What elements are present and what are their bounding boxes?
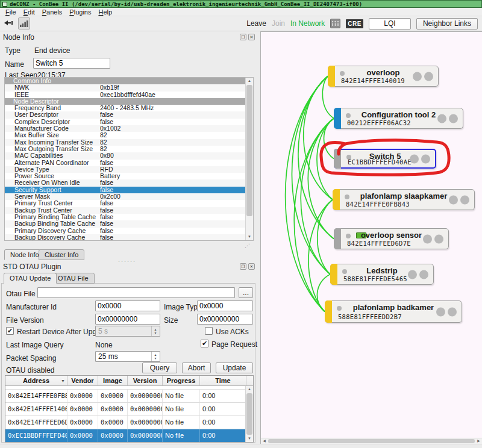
packet-spacing-label: Packet Spacing [6,354,56,362]
node-type-bar [333,189,340,210]
scroll-down-icon[interactable]: ▼ [246,435,253,442]
node-info-table[interactable]: Common InfoNWK0xb19fIEEE0xec1bbdfffefd40… [4,77,254,241]
graph-node[interactable]: plafonlamp slaapkamer842E14FFFE0FB843 [333,189,475,210]
menu-item-file[interactable]: File [2,8,19,16]
scroll-thumb[interactable] [246,85,252,216]
image-type-label: Image Type [164,303,201,311]
column-header-time[interactable]: Time [200,376,246,385]
manufacturer-id-input[interactable] [95,300,160,311]
cell-image: 0x0000 [98,403,128,415]
close-panel-icon[interactable]: ✕ [248,263,255,270]
file-version-input[interactable] [95,314,160,325]
update-button[interactable]: Update [216,362,253,373]
neighbor-links-button[interactable]: Neighbor Links [416,18,478,30]
attribute-row[interactable]: Backup Binding Table Cachefalse [5,220,245,227]
size-grip[interactable]: ⋰ [245,243,251,249]
neighbor-link-edge [308,200,333,312]
scroll-up-icon[interactable]: ▲ [246,78,253,84]
node-endpoint-circles [408,270,428,279]
size-input[interactable] [197,314,253,325]
otau-file-input[interactable] [37,287,235,298]
cell-version: 0x00000000 [128,403,163,415]
scroll-up-icon[interactable]: ▲ [246,386,253,393]
attribute-row[interactable]: NWK0xb19f [5,84,245,91]
otau-table-row[interactable]: 0x842E14FFFEED6D7E0x00000x00000x00000000… [5,416,253,429]
graph-node[interactable]: Switch 5EC1BBDFFFEFD40AE [334,149,436,169]
packet-spacing-spinner[interactable]: 25 ms▲▼ [95,351,160,362]
name-input[interactable] [33,58,110,69]
float-panel-icon[interactable]: ❐ [240,263,246,270]
leave-button[interactable]: Leave [246,19,266,28]
otau-table-row[interactable]: 0x842E14FFFE1400190x00000x00000x00000000… [5,403,253,416]
tab-cluster-info[interactable]: Cluster Info [39,249,84,260]
otau-table[interactable]: Address▼VendorImageVersionProgressTime 0… [5,375,254,443]
cell-time: 0:00 [200,390,246,402]
attribute-group-row[interactable]: Common Info [5,78,245,84]
attribute-row[interactable]: Primary Trust Centerfalse [5,200,245,207]
attribute-row[interactable]: Max Buffer Size82 [5,132,245,138]
neighbor-link-edge [324,119,334,159]
network-graph-view[interactable]: overloop842E14FFFE140019Configuration to… [260,31,482,444]
node-address: 00212EFFFF06AC32 [347,119,411,126]
graph-node[interactable]: plafonlamp badkamer588E81FFFEEDD2B7 [325,300,462,323]
cell-time: 0:00 [200,416,246,429]
tab-otau-file[interactable]: OTAU File [52,273,95,284]
cre-badge: CRE [346,19,363,28]
page-request-checkbox[interactable]: ✔ [201,340,208,347]
browse-button[interactable]: ... [239,287,253,298]
otau-table-row[interactable]: 0xEC1BBDFFFEFD40AE0x00000x00000x00000000… [5,429,253,443]
abort-button[interactable]: Abort [182,362,211,373]
column-header-version[interactable]: Version [128,376,163,385]
network-indicator-icon[interactable] [330,19,340,28]
menu-item-help[interactable]: Help [95,8,115,16]
join-button: Join [272,19,285,28]
otau-table-header[interactable]: Address▼VendorImageVersionProgressTime [5,376,253,386]
attribute-row[interactable]: MAC Capabilities0x80 [5,152,245,159]
signal-bars-icon[interactable] [18,17,30,30]
graph-horizontal-scrollbar[interactable]: ◀ ▶ [261,438,482,444]
node-name: plafonlamp slaapkamer [342,191,466,201]
lqi-toggle-button[interactable]: LQI [369,18,411,30]
scroll-thumb[interactable] [268,439,475,443]
graph-node[interactable]: overloop842E14FFFE140019 [328,66,439,87]
menu-item-panels[interactable]: Panels [39,8,66,16]
menu-item-edit[interactable]: Edit [20,8,38,16]
name-label: Name [5,60,24,69]
float-panel-icon[interactable]: ❐ [240,34,246,40]
toolbar: Leave Join In Network CRE LQI Neighbor L… [0,16,482,31]
menu-item-plugins[interactable]: Plugins [66,8,94,16]
otau-table-row[interactable]: 0x842E14FFFE0FB8430x00000x00000x00000000… [5,390,253,403]
node-endpoint-circles [436,307,457,316]
column-header-vendor[interactable]: Vendor [67,376,98,385]
column-header-address[interactable]: Address▼ [5,376,67,385]
tab-otau-update[interactable]: OTAU Update [4,273,57,284]
graph-node[interactable]: overloop sensor842E14FFFEED6D7E [334,228,449,249]
scroll-down-icon[interactable]: ▼ [246,234,253,240]
device-connection-icon[interactable] [3,19,14,29]
graph-node[interactable]: Ledstrip588E81FFFEDE5465 [330,264,434,285]
column-header-progress[interactable]: Progress [163,376,200,385]
cell-image: 0x0000 [98,390,128,402]
scroll-thumb[interactable] [246,393,252,435]
node-endpoint-circles [423,234,443,243]
otau-panel-header: STD OTAU Plugin ❐ ✕ [0,262,257,272]
node-type-bar [334,149,341,169]
node-info-panel-header: Node Info ❐ ✕ [0,33,257,42]
image-type-input[interactable] [197,300,253,311]
status-bar [0,444,482,448]
attribute-row[interactable]: Backup Discovery Cachefalse [5,234,245,241]
close-panel-icon[interactable]: ✕ [248,34,255,40]
graph-node[interactable]: Configuration tool 200212EFFFF06AC32 [334,108,463,129]
otau-table-scrollbar[interactable]: ▲ ▼ [245,386,253,442]
cell-address: 0x842E14FFFE0FB843 [5,390,67,402]
scroll-left-icon[interactable]: ◀ [261,438,268,444]
last-image-query-value: None [95,341,113,349]
file-version-label: File Version [6,316,44,325]
column-header-image[interactable]: Image [98,376,128,385]
node-info-scrollbar[interactable]: ▲ ▼ [245,78,253,240]
query-button[interactable]: Query [142,362,177,373]
use-acks-checkbox[interactable] [205,327,213,335]
cell-progress: No file [163,403,200,415]
restart-checkbox[interactable]: ✔ [6,327,14,335]
scroll-right-icon[interactable]: ▶ [475,438,482,444]
